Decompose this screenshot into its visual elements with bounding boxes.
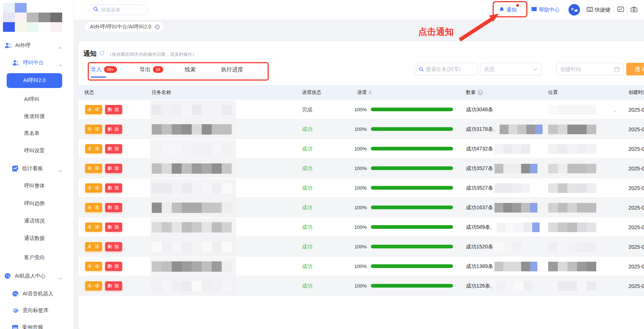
redacted-cell xyxy=(494,183,503,193)
redacted-cell xyxy=(222,281,232,291)
sidebar-item-通话情况[interactable]: 通话情况 xyxy=(0,214,74,228)
close-icon[interactable] xyxy=(154,24,160,30)
redacted-cell xyxy=(521,262,530,271)
tab-执行进度[interactable]: 执行进度 xyxy=(221,65,243,74)
screenshot-button[interactable] xyxy=(631,0,637,20)
quantity-text: 成功1389条 xyxy=(466,263,493,270)
column-header-进度状态: 进度状态 xyxy=(302,85,321,100)
task-name-redacted xyxy=(152,237,232,257)
redacted-cell xyxy=(494,164,503,173)
sidebar-item-推送转接[interactable]: 推送转接 xyxy=(0,110,74,123)
redacted-cell xyxy=(162,124,172,135)
redacted-cell xyxy=(548,223,558,232)
sidebar-item-客户意向[interactable]: 客户意向 xyxy=(0,251,74,264)
sort-icon[interactable] xyxy=(369,90,372,95)
created-date: 2025-0 xyxy=(628,237,644,257)
sidebar-item-通话数据[interactable]: 通话数据 xyxy=(0,232,74,245)
delete-button[interactable]: 删 除 xyxy=(105,262,122,271)
task-search-field[interactable] xyxy=(415,63,477,75)
redacted-cell xyxy=(172,261,182,272)
redacted-cell xyxy=(587,125,596,134)
delete-button[interactable]: 删 除 xyxy=(105,281,122,291)
sidebar-item-呼叫设置[interactable]: 呼叫设置 xyxy=(0,144,74,157)
screen-monitor-button[interactable] xyxy=(617,0,624,20)
delete-button[interactable]: 删 除 xyxy=(105,164,122,173)
sidebar-item-AI呼叫[interactable]: AI呼叫 xyxy=(0,93,74,106)
redacted-cell xyxy=(506,223,514,232)
sidebar-item-统计看板[interactable]: 统计看板 xyxy=(0,162,74,175)
shortcuts-button[interactable]: 快捷键 xyxy=(587,0,610,20)
delete-button[interactable]: 删 除 xyxy=(105,242,122,251)
help-center-button[interactable]: 帮助中心 xyxy=(531,0,560,20)
content-area: 通知 帮助中心 快捷键 xyxy=(74,0,644,329)
progress-percent: 100% xyxy=(345,217,367,237)
delete-button[interactable]: 删 除 xyxy=(105,144,122,153)
task-search-input[interactable] xyxy=(426,66,473,72)
delete-button[interactable]: 删 除 xyxy=(105,105,122,114)
logo-mosaic-cell xyxy=(3,3,15,13)
redacted-cell xyxy=(587,144,596,154)
sidebar-item-案例音频[interactable]: 案例音频 xyxy=(0,321,74,329)
tab-label: 导出 xyxy=(140,66,151,73)
created-date-picker[interactable] xyxy=(556,63,624,75)
delete-button[interactable]: 删 除 xyxy=(105,203,122,212)
sidebar-item-AI外呼[interactable]: AI外呼 xyxy=(0,39,74,52)
tab-线索[interactable]: 线索 xyxy=(185,65,196,74)
unread-indicator-dot xyxy=(516,4,519,7)
delete-button[interactable]: 删 除 xyxy=(105,183,122,193)
redacted-cell xyxy=(222,124,232,135)
created-date: 2025-0 xyxy=(628,159,644,178)
refresh-icon[interactable] xyxy=(99,51,105,58)
progress-bar xyxy=(371,127,453,131)
menu-search-input[interactable] xyxy=(101,7,142,13)
status-cell: 未 读删 除 xyxy=(85,198,122,217)
keyboard-icon xyxy=(587,7,593,13)
sidebar-item-AI呼叫2.0[interactable]: AI呼叫2.0 xyxy=(7,73,62,88)
sidebar-item-label: 呼叫整体 xyxy=(24,183,45,189)
status-select-value[interactable] xyxy=(484,66,533,72)
logo-mosaic-cell xyxy=(50,3,62,13)
tab-导入[interactable]: 导入99+ xyxy=(91,65,117,74)
sidebar-item-AI机器人中心[interactable]: AI机器人中心 xyxy=(0,269,74,283)
redacted-cell xyxy=(548,262,558,271)
sidebar-item-呼叫趋势[interactable]: 呼叫趋势 xyxy=(0,197,74,210)
redacted-cell xyxy=(494,262,503,271)
delete-button[interactable]: 删 除 xyxy=(105,125,122,134)
avatar[interactable] xyxy=(568,4,580,16)
progress-percent: 100% xyxy=(345,237,367,257)
task-name-redacted xyxy=(152,257,232,276)
tab-导出[interactable]: 导出24 xyxy=(140,65,163,74)
redacted-cell xyxy=(567,242,577,252)
redacted-cell xyxy=(587,223,596,232)
redacted-cell xyxy=(558,105,567,115)
delete-button[interactable]: 删 除 xyxy=(105,223,122,232)
redacted-cell xyxy=(152,203,162,213)
redacted-cell xyxy=(152,242,162,252)
status-select[interactable] xyxy=(480,63,541,75)
sidebar-item-黑名单[interactable]: 黑名单 xyxy=(0,127,74,140)
menu-search[interactable] xyxy=(89,4,148,15)
active-tab-underline xyxy=(91,77,106,78)
search-button[interactable]: 搜 索 xyxy=(626,63,644,75)
sidebar-item-label: AI机器人中心 xyxy=(15,273,46,279)
redacted-cell xyxy=(577,144,587,154)
help-icon[interactable]: ? xyxy=(477,90,483,95)
sidebar-item-呼叫中台[interactable]: 呼叫中台 xyxy=(0,56,74,69)
sidebar-item-呼叫整体[interactable]: 呼叫整体 xyxy=(0,179,74,193)
redacted-cell xyxy=(587,164,596,173)
redacted-cell xyxy=(521,164,530,173)
sidebar-item-AI语音机器人[interactable]: AI语音机器人 xyxy=(0,287,74,301)
unread-badge: 未 读 xyxy=(85,281,102,291)
created-date: 2025-0 xyxy=(628,139,644,159)
notifications-button[interactable]: 通知 xyxy=(499,0,517,20)
quantity-text: 成功4732条 xyxy=(466,146,493,152)
tab-label: 执行进度 xyxy=(221,66,243,73)
redacted-cell xyxy=(222,105,232,115)
chevron-down-icon xyxy=(533,68,537,71)
location-redacted xyxy=(548,159,596,178)
breadcrumb-band: AI外呼/呼叫中台/AI呼叫2.0 xyxy=(74,20,644,36)
logo-mosaic-cell xyxy=(38,3,50,13)
sidebar-item-意向标签库[interactable]: 意向标签库 xyxy=(0,304,74,317)
redacted-cell xyxy=(500,125,509,134)
created-date-value[interactable] xyxy=(560,66,614,72)
